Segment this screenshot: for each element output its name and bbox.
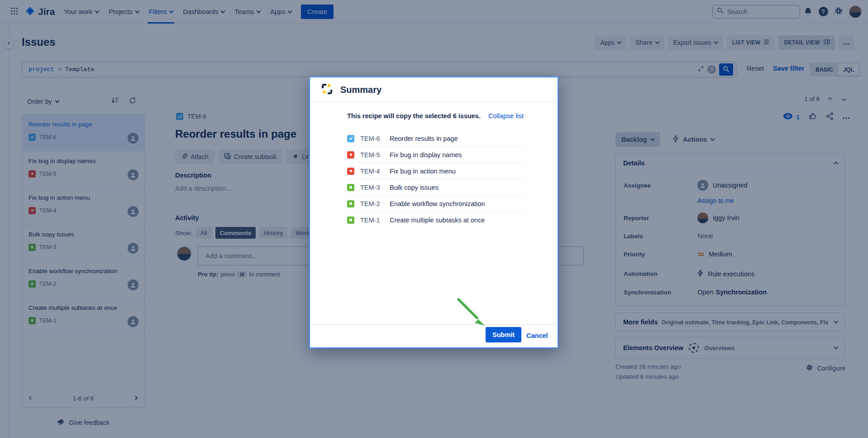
modal-issue-list: TEM-6 Reorder results in page TEM-5 Fix …	[347, 130, 525, 228]
modal-issue-row: TEM-6 Reorder results in page	[347, 130, 525, 147]
story-icon	[347, 217, 354, 224]
story-icon	[347, 184, 354, 191]
modal-title: Summary	[340, 85, 382, 95]
bug-icon	[347, 151, 354, 159]
modal-issue-row: TEM-1 Create multiple subtasks at once	[347, 212, 525, 228]
submit-button[interactable]: Submit	[486, 327, 521, 342]
recipe-icon	[321, 83, 333, 97]
jira-issues-screen: Jira Your work Projects Filters Dashboar…	[0, 0, 868, 438]
modal-intro: This recipe will copy the selected 6 iss…	[347, 112, 524, 120]
modal-issue-row: TEM-2 Enable workflow synchronization	[347, 196, 525, 212]
modal-issue-row: TEM-5 Fix bug in display names	[347, 147, 525, 163]
modal-footer-divider	[310, 324, 558, 325]
story-icon	[347, 200, 354, 207]
modal-issue-row: TEM-4 Fix bug in action menu	[347, 163, 525, 179]
task-icon	[347, 135, 354, 142]
cancel-button[interactable]: Cancel	[526, 332, 548, 339]
collapse-list-link[interactable]: Collapse list	[488, 112, 524, 120]
modal-issue-row: TEM-3 Bulk copy issues	[347, 179, 525, 196]
modal-intro-text: This recipe will copy the selected 6 iss…	[347, 112, 481, 120]
bug-icon	[347, 168, 354, 175]
summary-modal: Summary This recipe will copy the select…	[309, 77, 558, 348]
modal-header: Summary	[310, 77, 558, 102]
